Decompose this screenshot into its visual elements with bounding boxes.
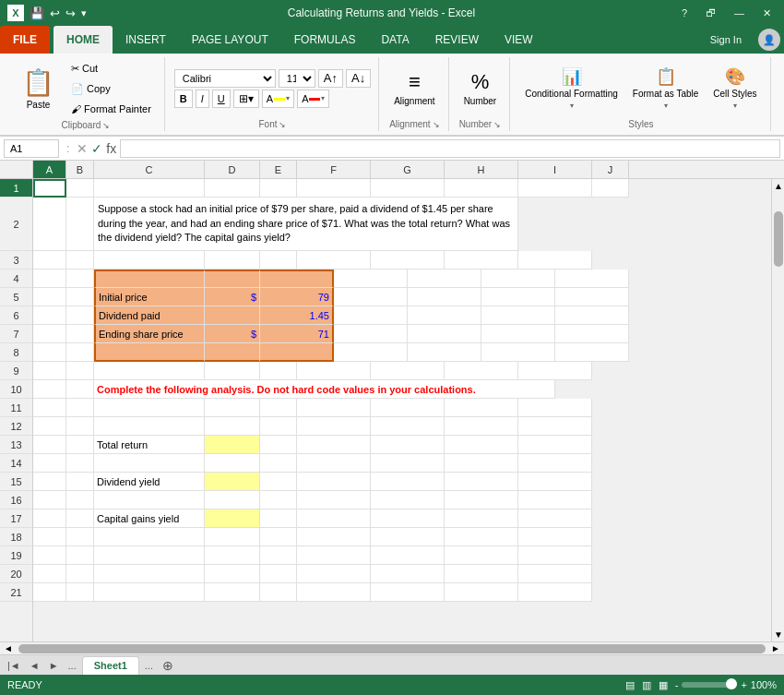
cell-f20[interactable] (297, 565, 371, 583)
alignment-button[interactable]: ≡ Alignment (388, 61, 440, 116)
cell-d21[interactable] (205, 583, 260, 602)
cell-d7[interactable]: $ (205, 325, 260, 343)
cell-i13[interactable] (518, 436, 592, 454)
tab-page-layout[interactable]: PAGE LAYOUT (179, 26, 281, 54)
cell-e1[interactable] (260, 179, 297, 198)
confirm-formula-btn[interactable]: ✓ (91, 141, 102, 156)
row-num-9[interactable]: 9 (0, 362, 32, 380)
cell-i3[interactable] (518, 251, 592, 270)
cell-c18[interactable] (94, 528, 205, 546)
cell-g15[interactable] (371, 473, 445, 491)
cell-g6[interactable] (408, 306, 481, 325)
row-num-14[interactable]: 14 (0, 454, 32, 473)
cell-b2-merged[interactable]: Suppose a stock had an initial price of … (94, 198, 518, 251)
cell-e20[interactable] (260, 565, 297, 583)
row-num-17[interactable]: 17 (0, 509, 32, 528)
cell-b3[interactable] (66, 251, 94, 270)
cell-b10[interactable] (66, 380, 94, 399)
conditional-formatting-button[interactable]: 📊 Conditional Formatting ▾ (519, 61, 624, 116)
row-num-13[interactable]: 13 (0, 436, 32, 454)
cell-f13[interactable] (297, 436, 371, 454)
cell-g13[interactable] (371, 436, 445, 454)
cell-b4[interactable] (66, 270, 94, 288)
cell-d6[interactable] (205, 306, 260, 325)
scroll-up-btn[interactable]: ▲ (772, 179, 784, 193)
cell-c17[interactable]: Capital gains yield (94, 509, 205, 528)
quick-save[interactable]: 💾 (30, 6, 44, 20)
view-preview-btn[interactable]: ▦ (659, 679, 668, 691)
redo-btn[interactable]: ↪ (65, 6, 76, 20)
col-header-h[interactable]: H (445, 161, 518, 178)
cell-a13[interactable] (33, 436, 66, 454)
cell-a15[interactable] (33, 473, 66, 491)
zoom-slider-thumb[interactable] (726, 678, 737, 689)
sheet-tab-sheet1[interactable]: Sheet1 (82, 656, 139, 675)
cell-a20[interactable] (33, 565, 66, 583)
cell-a5[interactable] (33, 288, 66, 306)
cell-e9[interactable] (260, 362, 297, 380)
tab-insert[interactable]: INSERT (113, 26, 179, 54)
cell-d14[interactable] (205, 454, 260, 473)
cell-f19[interactable] (297, 546, 371, 565)
cell-f16[interactable] (297, 491, 371, 509)
cell-h18[interactable] (445, 528, 518, 546)
cell-c9[interactable] (94, 362, 205, 380)
cell-f15[interactable] (297, 473, 371, 491)
cell-i11[interactable] (518, 399, 592, 417)
cell-e19[interactable] (260, 546, 297, 565)
row-num-6[interactable]: 6 (0, 306, 32, 325)
restore-btn[interactable]: 🗗 (700, 6, 721, 20)
cell-f14[interactable] (297, 454, 371, 473)
cell-a2[interactable] (33, 198, 66, 251)
cell-g16[interactable] (371, 491, 445, 509)
cell-f4[interactable] (334, 270, 408, 288)
format-as-table-button[interactable]: 📋 Format as Table ▾ (627, 61, 705, 116)
cell-d5[interactable]: $ (205, 288, 260, 306)
cell-e17[interactable] (260, 509, 297, 528)
cell-g20[interactable] (371, 565, 445, 583)
cell-h11[interactable] (445, 399, 518, 417)
cell-e3[interactable] (260, 251, 297, 270)
cell-g17[interactable] (371, 509, 445, 528)
cell-g14[interactable] (371, 454, 445, 473)
cell-b1[interactable] (66, 179, 94, 198)
cell-b21[interactable] (66, 583, 94, 602)
cell-c3[interactable] (94, 251, 205, 270)
cell-f8[interactable] (334, 343, 408, 362)
cell-c6[interactable]: Dividend paid (94, 306, 205, 325)
row-num-7[interactable]: 7 (0, 325, 32, 343)
cell-i21[interactable] (518, 583, 592, 602)
underline-button[interactable]: U (212, 90, 231, 108)
cell-h15[interactable] (445, 473, 518, 491)
font-size-select[interactable]: 11 (279, 69, 315, 88)
cell-b13[interactable] (66, 436, 94, 454)
cell-f17[interactable] (297, 509, 371, 528)
cell-a9[interactable] (33, 362, 66, 380)
cell-c16[interactable] (94, 491, 205, 509)
cell-h1[interactable] (445, 179, 518, 198)
row-num-18[interactable]: 18 (0, 528, 32, 546)
minimize-btn[interactable]: — (729, 6, 750, 20)
cell-i19[interactable] (518, 546, 592, 565)
cell-e18[interactable] (260, 528, 297, 546)
row-num-16[interactable]: 16 (0, 491, 32, 509)
cell-g11[interactable] (371, 399, 445, 417)
cell-g8[interactable] (408, 343, 481, 362)
scroll-left-btn[interactable]: ◄ (2, 643, 15, 653)
cell-a19[interactable] (33, 546, 66, 565)
add-sheet-btn[interactable]: ⊕ (159, 658, 177, 673)
cell-h20[interactable] (445, 565, 518, 583)
sign-in-btn[interactable]: Sign In (697, 26, 754, 54)
cell-a7[interactable] (33, 325, 66, 343)
cell-h12[interactable] (445, 417, 518, 436)
cell-d9[interactable] (205, 362, 260, 380)
sheet-tab-nav-prev[interactable]: ◄ (26, 658, 43, 673)
cell-c5[interactable]: Initial price (94, 288, 205, 306)
view-normal-btn[interactable]: ▤ (625, 679, 635, 691)
cell-a16[interactable] (33, 491, 66, 509)
paste-button[interactable]: 📋 Paste (15, 61, 62, 116)
cell-a18[interactable] (33, 528, 66, 546)
col-header-i[interactable]: I (518, 161, 592, 178)
cell-h4[interactable] (481, 270, 555, 288)
cell-c15[interactable]: Dividend yield (94, 473, 205, 491)
